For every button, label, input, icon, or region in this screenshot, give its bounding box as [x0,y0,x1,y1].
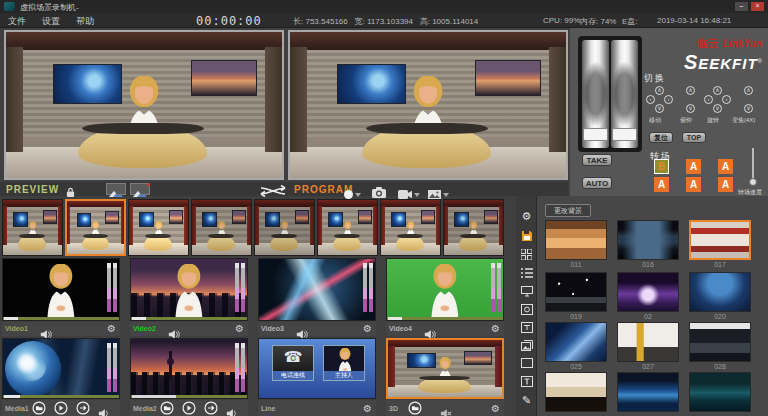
video3-thumbnail[interactable] [258,258,376,321]
scene-thumbnail-4[interactable] [191,199,252,256]
rotate-dpad: ∧ ‹ › ∨ [704,86,732,114]
volume-muted-icon[interactable] [440,404,454,416]
video2-thumbnail[interactable] [130,258,248,321]
projector-lamp-icon[interactable] [519,303,534,317]
pitch-up-button[interactable]: ∧ [686,86,695,95]
snapshot-image-add-button[interactable] [130,183,150,195]
transition-button-a3[interactable]: A [718,159,733,174]
t-bar-handle-right[interactable] [612,128,637,141]
scene-library-item-028[interactable]: 028 [689,322,751,370]
move-left-button[interactable]: ‹ [646,95,655,104]
next-button[interactable] [76,401,90,415]
scene-thumbnail-1[interactable] [2,199,63,256]
rotate-left-button[interactable]: ‹ [704,95,713,104]
transition-button-b[interactable]: B [654,159,669,174]
line-label: Line [261,405,275,412]
open-file-button[interactable] [160,401,174,415]
zoom-out-button[interactable]: ∨ [744,104,753,113]
monitor-icon[interactable] [519,285,534,299]
play-button[interactable] [182,401,196,415]
scene-library-item-016[interactable]: 016 [617,220,679,268]
open-file-button[interactable] [32,401,46,415]
rotate-up-button[interactable]: ∧ [713,86,722,95]
scene-library-item-017-selected[interactable]: 017 [689,220,751,268]
3d-label: 3D [389,405,398,412]
save-disk-icon[interactable] [519,229,534,243]
scene-thumbnail-7[interactable] [380,199,441,256]
scene-library-item-row4-2[interactable] [617,372,679,413]
settings-gear-icon[interactable]: ⚙ [519,210,534,224]
studio-desk [78,125,208,167]
transition-button-a5[interactable]: A [686,177,701,192]
minimize-button[interactable]: – [735,2,748,11]
move-down-button[interactable]: ∨ [655,104,664,113]
switcher-panel: 临云 LinkYun SEEKFIT® 切换 ∧ ‹ › ∨ ∧ ∨ ∧ ‹ ›… [570,28,768,196]
rotate-right-button[interactable]: › [722,95,731,104]
line-thumbnail[interactable]: ☎ 电话连线 主持人 [258,338,376,399]
frame-icon[interactable] [519,357,534,371]
change-background-button[interactable]: 更改背景 [545,204,591,217]
media1-thumbnail[interactable] [2,338,120,399]
auto-button[interactable]: AUTO [582,177,612,189]
transition-button-a4[interactable]: A [654,177,669,192]
scene-library-item-row4-1[interactable] [545,372,607,413]
pitch-down-button[interactable]: ∨ [686,104,695,113]
scene-thumbnail-2-selected[interactable] [65,199,126,256]
volume-icon[interactable] [226,404,240,416]
scene-library-item-011[interactable]: 011 [545,220,607,268]
scene-thumbnail-8[interactable] [443,199,504,256]
scene-thumbnail-6[interactable] [317,199,378,256]
scene-library-item-row4-3[interactable] [689,372,751,413]
text-tool-icon[interactable] [519,375,534,389]
t-bar-handle-left[interactable] [583,128,608,141]
video1-thumbnail[interactable] [2,258,120,321]
3d-scene-thumbnail[interactable] [386,338,504,399]
rotate-down-button[interactable]: ∨ [713,104,722,113]
transition-speed-knob[interactable] [749,178,757,186]
scene-library-item-02[interactable]: 02 [617,272,679,320]
list-view-icon[interactable] [519,267,534,281]
scene-library-item-019[interactable]: 019 [545,272,607,320]
t-bar-fader[interactable] [578,36,642,152]
menu-help[interactable]: 帮助 [76,15,94,28]
transition-speed-slider[interactable]: 转场速度 [746,148,760,194]
volume-icon[interactable] [98,404,112,416]
scene-thumbnail-3[interactable] [128,199,189,256]
zoom-in-button[interactable]: ∧ [744,86,753,95]
menu-settings[interactable]: 设置 [42,15,60,28]
media2-thumbnail[interactable] [130,338,248,399]
move-pad-label: 移动 [649,116,661,125]
side-toolbar: ⚙ ✎ [516,196,537,416]
transition-button-a2[interactable]: A [686,159,701,174]
open-file-button[interactable] [408,401,422,415]
move-up-button[interactable]: ∧ [655,86,664,95]
scene-library-item-025[interactable]: 025 [545,322,607,370]
settings-gear-icon[interactable]: ⚙ [491,402,500,416]
play-button[interactable] [54,401,68,415]
take-button[interactable]: TAKE [582,154,612,166]
pen-signature-icon[interactable]: ✎ [519,394,534,408]
top-button[interactable]: TOP [682,132,706,143]
transition-button-a6[interactable]: A [718,177,733,192]
scene-library-item-027[interactable]: 027 [617,322,679,370]
close-button[interactable]: × [751,2,764,11]
preview-scene-image [6,32,282,178]
settings-gear-icon[interactable]: ⚙ [491,322,500,336]
reset-button[interactable]: 复位 [649,132,673,143]
subtitle-text-icon[interactable] [519,321,534,335]
snapshot-image-button[interactable] [106,183,126,195]
scene-thumbnail-5[interactable] [254,199,315,256]
video4-thumbnail[interactable] [386,258,504,321]
settings-gear-icon[interactable]: ⚙ [107,322,116,336]
next-button[interactable] [204,401,218,415]
settings-gear-icon[interactable]: ⚙ [363,402,372,416]
app-window: 虚拟场景录制机- – × 文件 设置 帮助 00:00:00 长: 753.54… [0,0,768,416]
image-layer-icon[interactable] [519,339,534,353]
settings-gear-icon[interactable]: ⚙ [235,322,244,336]
media-source-2: Media2 [130,338,254,416]
grid-view-icon[interactable] [519,248,534,262]
scene-library-item-020[interactable]: 020 [689,272,751,320]
move-right-button[interactable]: › [664,95,673,104]
settings-gear-icon[interactable]: ⚙ [363,322,372,336]
menu-file[interactable]: 文件 [8,15,26,28]
